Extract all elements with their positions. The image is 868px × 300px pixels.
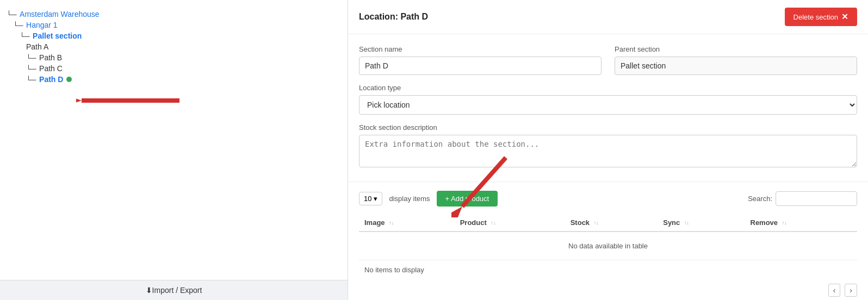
table-header: Image ↑↓ Product ↑↓ Stock ↑↓ Sync <box>359 214 857 232</box>
form-row-names: Section name Parent section <box>359 45 857 75</box>
col-sync[interactable]: Sync ↑↓ <box>658 214 745 232</box>
location-title: Location: Path D <box>359 12 428 22</box>
parent-section-group: Parent section <box>615 45 857 75</box>
pagination-area: ‹ › <box>359 284 857 297</box>
import-export-button[interactable]: ⬇ Import / Export <box>0 280 348 300</box>
tree-connector: └─ <box>7 10 18 18</box>
right-panel: Location: Path D Delete section ✕ Sectio… <box>348 0 868 300</box>
table-body: No data available in table No items to d… <box>359 232 857 279</box>
tree-connector: └─ <box>26 54 38 62</box>
delete-section-label: Delete section <box>793 13 838 21</box>
sort-icon-stock[interactable]: ↑↓ <box>594 221 599 226</box>
table-toolbar: 10 ▾ display items + Add product Search: <box>359 191 857 207</box>
sort-icon-sync[interactable]: ↑↓ <box>684 221 689 226</box>
section-name-input[interactable] <box>359 57 602 75</box>
add-product-button[interactable]: + Add product <box>437 191 498 207</box>
tree-connector: └─ <box>26 65 38 73</box>
left-panel: └─ Amsterdam Warehouse └─ Hangar 1 └─ Pa… <box>0 0 348 300</box>
tree-item-path-d[interactable]: └─ Path D <box>7 74 341 85</box>
col-remove-label: Remove <box>751 218 778 227</box>
display-items-select[interactable]: 10 ▾ <box>359 192 382 205</box>
form-row-location: Location type Pick location <box>359 84 857 115</box>
tree-item-path-a[interactable]: Path A <box>7 41 341 52</box>
tree-label-path-b: Path B <box>39 53 62 62</box>
pagination-prev-button[interactable]: ‹ <box>828 284 841 297</box>
tree-item-path-b[interactable]: └─ Path B <box>7 52 341 63</box>
description-label: Stock section description <box>359 123 857 132</box>
active-status-dot <box>66 77 72 82</box>
col-image[interactable]: Image ↑↓ <box>359 214 455 232</box>
search-area: Search: <box>748 191 857 206</box>
tree-label-path-d: Path D <box>39 75 63 84</box>
import-export-icon: ⬇ <box>146 286 152 295</box>
form-row-description: Stock section description <box>359 123 857 167</box>
display-items-value: 10 <box>364 195 371 203</box>
tree-label-path-a: Path A <box>26 42 48 51</box>
search-input[interactable] <box>776 191 857 206</box>
add-product-label: + Add product <box>445 195 489 203</box>
tree-item-path-c[interactable]: └─ Path C <box>7 63 341 74</box>
col-sync-label: Sync <box>663 218 680 227</box>
no-items-message: No items to display <box>359 260 857 280</box>
location-type-select[interactable]: Pick location <box>359 95 857 115</box>
col-remove[interactable]: Remove ↑↓ <box>745 214 858 232</box>
col-stock-label: Stock <box>571 218 590 227</box>
col-product-label: Product <box>460 218 487 227</box>
right-header: Location: Path D Delete section ✕ <box>348 0 868 34</box>
sort-icon-remove[interactable]: ↑↓ <box>782 221 787 226</box>
chevron-down-icon: ▾ <box>374 195 377 203</box>
products-table: Image ↑↓ Product ↑↓ Stock ↑↓ Sync <box>359 214 857 279</box>
col-product[interactable]: Product ↑↓ <box>455 214 565 232</box>
pagination-next-button[interactable]: › <box>845 284 857 297</box>
location-type-label: Location type <box>359 84 857 92</box>
section-name-label: Section name <box>359 45 602 53</box>
search-label: Search: <box>748 195 772 203</box>
table-section: 10 ▾ display items + Add product Search:… <box>348 182 868 300</box>
description-textarea[interactable] <box>359 135 857 167</box>
location-type-group: Location type Pick location <box>359 84 857 115</box>
col-stock[interactable]: Stock ↑↓ <box>565 214 658 232</box>
tree-connector: └─ <box>20 32 32 40</box>
sort-icon-image[interactable]: ↑↓ <box>389 221 394 226</box>
tree-item-hangar1[interactable]: └─ Hangar 1 <box>7 20 341 30</box>
no-items-row: No items to display <box>359 260 857 280</box>
tree-item-amsterdam[interactable]: └─ Amsterdam Warehouse <box>7 9 341 20</box>
col-image-label: Image <box>364 218 385 227</box>
section-name-group: Section name <box>359 45 602 75</box>
app-container: └─ Amsterdam Warehouse └─ Hangar 1 └─ Pa… <box>0 0 868 300</box>
no-data-row: No data available in table <box>359 232 857 260</box>
tree-connector: └─ <box>26 76 38 84</box>
tree-label-pallet-section: Pallet section <box>33 32 82 40</box>
import-export-label: Import / Export <box>152 286 202 295</box>
display-items-label: display items <box>389 195 430 203</box>
tree-label-amsterdam: Amsterdam Warehouse <box>20 10 100 18</box>
tree-connector: └─ <box>13 21 25 29</box>
tree-label-path-c: Path C <box>39 64 63 73</box>
tree-item-pallet-section[interactable]: └─ Pallet section <box>7 30 341 41</box>
tree-label-hangar1: Hangar 1 <box>26 21 58 29</box>
tree-area: └─ Amsterdam Warehouse └─ Hangar 1 └─ Pa… <box>0 0 348 280</box>
parent-section-input[interactable] <box>615 57 857 75</box>
no-data-message: No data available in table <box>359 232 857 260</box>
close-icon: ✕ <box>841 12 848 22</box>
form-section: Section name Parent section Location typ… <box>348 34 868 182</box>
description-group: Stock section description <box>359 123 857 167</box>
delete-section-button[interactable]: Delete section ✕ <box>785 8 857 26</box>
parent-section-label: Parent section <box>615 45 857 53</box>
sort-icon-product[interactable]: ↑↓ <box>491 221 495 226</box>
